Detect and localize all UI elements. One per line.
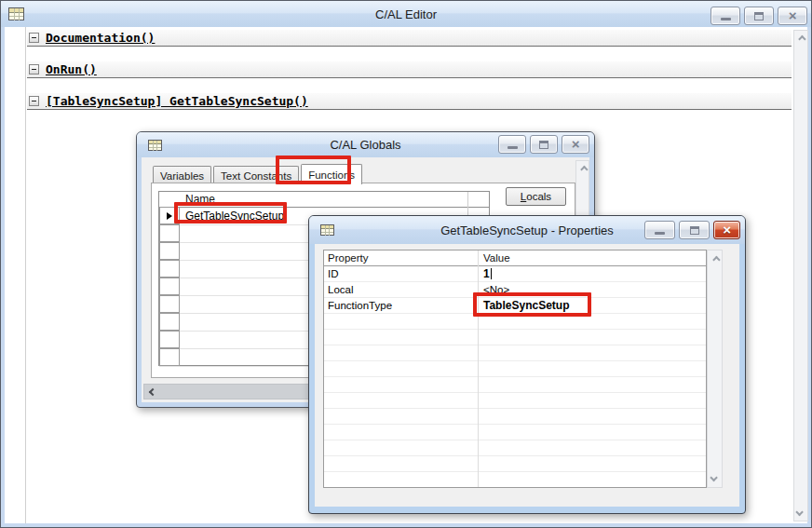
row-selected-arrow-icon bbox=[167, 212, 172, 220]
chevron-down-icon bbox=[710, 474, 717, 481]
restore-button[interactable] bbox=[530, 135, 558, 154]
close-icon: × bbox=[572, 137, 580, 151]
highlight-box-function-name bbox=[174, 202, 287, 223]
property-row-empty[interactable] bbox=[324, 425, 706, 440]
text-cursor bbox=[491, 268, 492, 279]
minimize-button[interactable] bbox=[710, 7, 740, 25]
properties-client-area: Property Value ID 1 Local <No> FunctionT… bbox=[315, 244, 739, 507]
minimize-icon bbox=[655, 232, 665, 235]
chevron-up-icon bbox=[712, 256, 720, 264]
maximize-icon bbox=[754, 12, 764, 20]
locals-button[interactable]: Locals bbox=[506, 187, 566, 206]
property-row-empty[interactable] bbox=[324, 361, 706, 377]
globals-titlebar[interactable]: C/AL Globals × bbox=[137, 132, 594, 157]
row-selector[interactable] bbox=[159, 278, 180, 295]
properties-vertical-scrollbar[interactable] bbox=[707, 250, 723, 488]
property-row-empty[interactable] bbox=[324, 472, 706, 488]
property-name: ID bbox=[324, 266, 478, 281]
editor-margin-divider bbox=[25, 27, 26, 523]
editor-vertical-scrollbar[interactable] bbox=[793, 30, 808, 521]
property-row-id[interactable]: ID 1 bbox=[324, 266, 706, 282]
scroll-up-button[interactable] bbox=[794, 33, 807, 46]
property-name: FunctionType bbox=[324, 298, 478, 313]
property-row-empty[interactable] bbox=[324, 345, 706, 361]
row-selector[interactable] bbox=[159, 224, 180, 242]
code-section-onrun[interactable]: OnRun() bbox=[27, 61, 792, 78]
property-row-empty[interactable] bbox=[324, 456, 706, 472]
scroll-up-button[interactable] bbox=[576, 163, 589, 176]
chevron-up-icon bbox=[580, 166, 588, 173]
property-row-empty[interactable] bbox=[324, 409, 706, 425]
close-button[interactable]: × bbox=[778, 7, 807, 25]
maximize-button[interactable] bbox=[744, 7, 774, 25]
cal-editor-window: C/AL Editor × Documentation() OnRun() [T… bbox=[0, 0, 812, 528]
column-header-value[interactable]: Value bbox=[478, 250, 510, 265]
editor-title: C/AL Editor bbox=[1, 7, 811, 21]
close-icon: × bbox=[789, 8, 797, 22]
highlight-box-functiontype-value bbox=[473, 292, 591, 317]
minimize-button[interactable] bbox=[644, 221, 675, 239]
scroll-down-button[interactable] bbox=[794, 506, 807, 519]
property-row-empty[interactable] bbox=[324, 393, 706, 409]
editor-titlebar[interactable]: C/AL Editor × bbox=[1, 1, 811, 27]
collapse-icon[interactable] bbox=[29, 96, 39, 106]
minimize-button[interactable] bbox=[498, 135, 526, 154]
row-selector[interactable] bbox=[159, 331, 180, 348]
scroll-down-button[interactable] bbox=[708, 471, 722, 484]
code-section-label: OnRun() bbox=[27, 61, 792, 77]
property-row-empty[interactable] bbox=[324, 377, 706, 393]
locals-button-label: Locals bbox=[521, 191, 551, 202]
property-row-empty[interactable] bbox=[324, 330, 706, 345]
restore-icon bbox=[690, 226, 699, 235]
scroll-left-button[interactable] bbox=[146, 385, 159, 399]
row-selector[interactable] bbox=[159, 242, 180, 260]
chevron-up-icon bbox=[798, 35, 805, 43]
property-value[interactable]: 1 bbox=[483, 266, 490, 281]
minimize-icon bbox=[721, 18, 731, 20]
tab-variables[interactable]: Variables bbox=[153, 166, 211, 184]
code-section-label: Documentation() bbox=[27, 30, 792, 46]
row-selector[interactable] bbox=[159, 260, 180, 278]
column-header-property[interactable]: Property bbox=[324, 250, 478, 265]
scroll-up-button[interactable] bbox=[708, 253, 722, 266]
close-icon: × bbox=[723, 223, 731, 237]
function-properties-window: GetTableSyncSetup - Properties × Propert… bbox=[308, 215, 746, 514]
chevron-left-icon bbox=[149, 387, 156, 395]
properties-titlebar[interactable]: GetTableSyncSetup - Properties × bbox=[309, 216, 745, 244]
row-selector[interactable] bbox=[159, 295, 180, 313]
minimize-icon bbox=[508, 146, 518, 149]
property-row-empty[interactable] bbox=[324, 440, 706, 456]
property-name: Local bbox=[324, 282, 478, 297]
chevron-down-icon bbox=[795, 508, 803, 516]
highlight-box-functions-tab bbox=[276, 156, 351, 184]
close-button[interactable]: × bbox=[562, 135, 589, 154]
close-button[interactable]: × bbox=[713, 221, 740, 239]
collapse-icon[interactable] bbox=[29, 33, 39, 43]
row-selector[interactable] bbox=[159, 348, 180, 366]
table-column-divider bbox=[478, 250, 479, 487]
restore-icon bbox=[539, 141, 548, 149]
properties-table-header: Property Value bbox=[324, 250, 706, 266]
code-section-gettablesyncsetup[interactable]: [TableSyncSetup] GetTableSyncSetup() bbox=[27, 93, 792, 110]
code-section-label: [TableSyncSetup] GetTableSyncSetup() bbox=[27, 93, 792, 109]
row-selector[interactable] bbox=[159, 313, 180, 331]
collapse-icon[interactable] bbox=[29, 64, 39, 74]
properties-table: Property Value ID 1 Local <No> FunctionT… bbox=[323, 250, 707, 488]
code-section-documentation[interactable]: Documentation() bbox=[27, 30, 792, 47]
restore-button[interactable] bbox=[679, 221, 710, 239]
